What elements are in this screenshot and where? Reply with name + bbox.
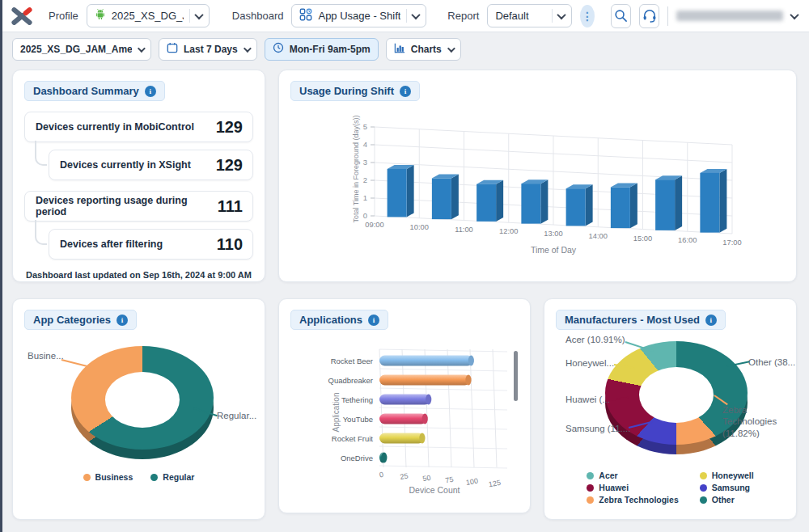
info-icon[interactable]: i <box>400 86 411 97</box>
usage-bar[interactable] <box>655 175 682 230</box>
app-category-label: Rocket Fruit <box>332 434 374 443</box>
dashboard-content: Dashboard Summary i Devices currently in… <box>0 66 809 520</box>
chevron-down-icon <box>138 44 146 53</box>
app-categories-legend: BusinessRegular <box>24 472 253 482</box>
profile-select-value: 2025_XS_DG_J... <box>112 10 184 22</box>
xsight-logo <box>10 6 34 27</box>
app-bar[interactable] <box>379 414 428 424</box>
dashboard-grid-icon <box>299 8 312 24</box>
legend-item[interactable]: Business <box>83 472 133 482</box>
slice-callout-regular: Regular... <box>217 411 256 420</box>
info-icon[interactable]: i <box>145 86 156 97</box>
legend-item[interactable]: Honeywell <box>700 471 754 480</box>
filterbar: 2025_XS_DG_JAM_Americas ... Last 7 Days <box>0 32 809 66</box>
card-title: App Categories <box>33 314 111 326</box>
usage-bar[interactable] <box>388 165 414 217</box>
usage-bar[interactable] <box>611 184 637 229</box>
chart-scrollbar[interactable] <box>514 351 518 401</box>
card-title: Dashboard Summary <box>33 85 139 97</box>
x-tick-label: 100 <box>465 477 479 487</box>
legend-label: Acer <box>599 471 617 480</box>
legend-dot <box>587 484 594 492</box>
legend-item[interactable]: Samsung <box>700 483 754 492</box>
view-mode-value: Charts <box>411 44 442 55</box>
device-group-value: 2025_XS_DG_JAM_Americas ... <box>20 44 132 55</box>
app-bar[interactable] <box>379 395 431 405</box>
chevron-down-icon <box>790 10 798 19</box>
card-title: Manufacturers - Most Used <box>565 314 700 326</box>
app-bar[interactable] <box>379 453 387 463</box>
date-range-select[interactable]: Last 7 Days <box>159 38 257 61</box>
dashboard-select-value: App Usage - Shift <box>318 10 400 22</box>
legend-item[interactable]: Regular <box>150 472 194 482</box>
kebab-icon: ⋮ <box>582 10 593 23</box>
legend-item[interactable]: Acer <box>587 471 678 480</box>
legend-item[interactable]: Huawei <box>587 483 678 492</box>
card-title-chip: Usage During Shift i <box>290 81 420 101</box>
summary-row-label: Devices reporting usage during period <box>36 195 218 217</box>
legend-dot <box>83 474 91 481</box>
usage-bar[interactable] <box>477 180 503 222</box>
legend-item[interactable]: Zebra Technologies <box>587 495 678 505</box>
divider <box>406 9 407 23</box>
legend-label: Other <box>712 495 735 505</box>
support-button[interactable] <box>639 4 659 28</box>
divider <box>667 6 668 26</box>
x-tick-label: 75 <box>445 475 455 485</box>
android-icon <box>95 8 106 23</box>
x-axis-title: Time of Day <box>531 245 577 255</box>
tree-connector <box>35 220 47 245</box>
dashboard-select[interactable]: App Usage - Shift <box>291 4 426 27</box>
legend-dot <box>700 472 707 479</box>
tree-connector <box>35 141 47 166</box>
user-menu[interactable] <box>676 11 798 21</box>
slice-callout-huawei: Huawei (... <box>565 395 610 404</box>
info-icon[interactable]: i <box>705 315 717 326</box>
slice-callout-samsung: Samsung (11.... <box>565 424 630 433</box>
app-categories-donut <box>71 346 214 450</box>
report-label: Report <box>447 10 479 22</box>
app-bar[interactable] <box>379 356 474 366</box>
applications-card: Applications i 0255075100125Rocket BeerQ… <box>278 298 531 513</box>
x-tick-label: 15:00 <box>633 234 652 243</box>
legend-item[interactable]: Other <box>700 495 754 505</box>
usage-column-chart: 01234509:0010:0011:0012:0013:0014:0015:0… <box>290 103 785 262</box>
slice-callout-zebra: Zebra Technologies (11.82%) <box>722 404 795 439</box>
report-select[interactable]: Default <box>487 4 572 27</box>
view-mode-select[interactable]: Charts <box>386 38 461 61</box>
card-title-chip: Manufacturers - Most Used i <box>556 310 726 330</box>
usage-bar[interactable] <box>566 184 593 226</box>
report-options-button[interactable]: ⋮ <box>580 5 595 27</box>
y-axis-title: Total Time in Foreground (day(s)) <box>352 115 360 222</box>
chevron-down-icon <box>557 10 565 19</box>
divider <box>189 9 190 23</box>
app-category-label: Quadbreaker <box>328 376 373 385</box>
x-tick-label: 12:00 <box>499 227 518 235</box>
app-bar[interactable] <box>379 433 425 444</box>
x-tick-label: 17:00 <box>722 239 741 247</box>
legend-dot <box>587 472 594 479</box>
topbar: Profile 2025_XS_DG_J... Dashboard <box>0 0 809 32</box>
dashboard-summary-card: Dashboard Summary i Devices currently in… <box>12 70 265 282</box>
date-range-value: Last 7 Days <box>184 44 238 55</box>
usage-bar[interactable] <box>521 179 548 224</box>
window-edge <box>0 0 2 532</box>
info-icon[interactable]: i <box>116 315 128 326</box>
profile-select[interactable]: 2025_XS_DG_J... <box>87 4 210 27</box>
shift-filter-button[interactable]: Mon-Fri 9am-5pm <box>265 38 379 61</box>
usage-bar[interactable] <box>432 175 459 220</box>
bar-chart-icon <box>394 42 405 57</box>
dashboard-label: Dashboard <box>232 10 284 22</box>
device-group-select[interactable]: 2025_XS_DG_JAM_Americas ... <box>12 38 151 61</box>
info-icon[interactable]: i <box>368 315 379 326</box>
donut-hole <box>639 367 714 423</box>
x-tick-label: 16:00 <box>678 236 697 244</box>
usage-bar[interactable] <box>700 169 726 233</box>
manufacturers-donut-zone: Acer (10.91%) Honeywel... Huawei (... Sa… <box>556 333 785 467</box>
x-tick-label: 14:00 <box>589 232 608 240</box>
app-bar[interactable] <box>379 375 472 386</box>
search-button[interactable] <box>611 4 631 28</box>
divider <box>552 9 553 23</box>
card-title-chip: Dashboard Summary i <box>24 81 165 101</box>
summary-row-value: 110 <box>217 235 243 254</box>
